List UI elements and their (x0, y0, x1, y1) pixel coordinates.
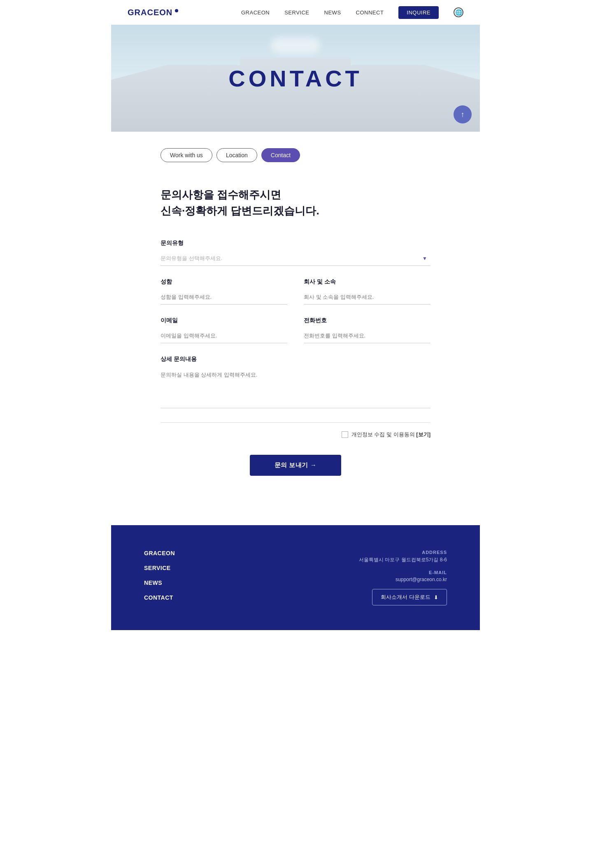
logo[interactable]: GRACEON (128, 8, 178, 17)
form-divider (161, 422, 430, 423)
submit-wrapper: 문의 보내기 → (161, 455, 430, 476)
download-button[interactable]: 회사소개서 다운로드 ⬇ (372, 589, 447, 605)
footer-link-news[interactable]: NEWS (144, 579, 175, 586)
privacy-text: 개인정보 수집 및 이용동의 [보기] (351, 431, 430, 438)
inquiry-type-wrapper: 문의유형을 선택해주세요. ▼ (161, 251, 430, 266)
phone-input[interactable] (304, 328, 430, 343)
company-label: 회사 및 소속 (304, 278, 430, 286)
footer-logo[interactable]: GRACEON (144, 550, 175, 556)
address-value: 서울특별시 마포구 월드컵북로5가길 8-6 (359, 556, 447, 563)
phone-label: 전화번호 (304, 317, 430, 324)
email-label: 이메일 (161, 317, 287, 324)
submit-button[interactable]: 문의 보내기 → (250, 455, 341, 476)
tab-location[interactable]: Location (216, 148, 257, 162)
phone-group: 전화번호 (304, 317, 430, 343)
footer-info: ADDRESS 서울특별시 마포구 월드컵북로5가길 8-6 E-MAIL su… (359, 550, 447, 605)
navigation: GRACEON GRACEON SERVICE NEWS CONNECT INQ… (111, 0, 480, 25)
detail-label: 상세 문의내용 (161, 356, 430, 363)
footer-link-contact[interactable]: CONTACT (144, 594, 175, 601)
email-input[interactable] (161, 328, 287, 343)
nav-graceon[interactable]: GRACEON (241, 9, 270, 16)
email-value: support@graceon.co.kr (359, 577, 447, 582)
tab-work-with-us[interactable]: Work with us (161, 148, 212, 162)
email-phone-row: 이메일 전화번호 (161, 317, 430, 343)
footer: GRACEON SERVICE NEWS CONTACT ADDRESS 서울특… (111, 525, 480, 630)
tabs: Work with us Location Contact (161, 148, 430, 162)
page-title: CONTACT (228, 65, 363, 92)
inquiry-type-group: 문의유형 문의유형을 선택해주세요. ▼ (161, 240, 430, 266)
inquiry-type-select[interactable]: 문의유형을 선택해주세요. (161, 251, 430, 266)
name-input[interactable] (161, 290, 287, 305)
nav-connect[interactable]: CONNECT (356, 9, 384, 16)
privacy-link[interactable]: [보기] (416, 431, 430, 437)
footer-inner: GRACEON SERVICE NEWS CONTACT ADDRESS 서울특… (144, 550, 447, 605)
privacy-row: 개인정보 수집 및 이용동의 [보기] (161, 431, 430, 438)
detail-group: 상세 문의내용 (161, 356, 430, 410)
nav-news[interactable]: NEWS (324, 9, 341, 16)
tab-contact[interactable]: Contact (261, 148, 300, 162)
language-toggle[interactable]: 🌐 (454, 7, 463, 17)
nav-links: GRACEON SERVICE NEWS CONNECT INQUIRE 🌐 (241, 6, 463, 19)
logo-dot (175, 9, 178, 12)
detail-textarea[interactable] (161, 367, 430, 408)
email-label: E-MAIL (359, 570, 447, 575)
inquire-button[interactable]: INQUIRE (398, 6, 439, 19)
address-label: ADDRESS (359, 550, 447, 555)
hero-section: CONTACT ↑ (111, 25, 480, 132)
company-group: 회사 및 소속 (304, 278, 430, 305)
nav-service[interactable]: SERVICE (284, 9, 309, 16)
name-company-row: 성함 회사 및 소속 (161, 278, 430, 305)
inquiry-type-label: 문의유형 (161, 240, 430, 247)
privacy-checkbox[interactable] (342, 431, 348, 438)
name-label: 성함 (161, 278, 287, 286)
footer-link-service[interactable]: SERVICE (144, 565, 175, 571)
tabs-section: Work with us Location Contact (111, 132, 480, 170)
contact-headline: 문의사항을 접수해주시면 신속·정확하게 답변드리겠습니다. (161, 187, 430, 219)
footer-nav: GRACEON SERVICE NEWS CONTACT (144, 550, 175, 601)
hero-cloud (271, 37, 320, 54)
email-group: 이메일 (161, 317, 287, 343)
contact-section: 문의사항을 접수해주시면 신속·정확하게 답변드리겠습니다. 문의유형 문의유형… (111, 170, 480, 525)
scroll-top-button[interactable]: ↑ (454, 105, 472, 123)
name-group: 성함 (161, 278, 287, 305)
download-icon: ⬇ (434, 594, 438, 600)
company-input[interactable] (304, 290, 430, 305)
